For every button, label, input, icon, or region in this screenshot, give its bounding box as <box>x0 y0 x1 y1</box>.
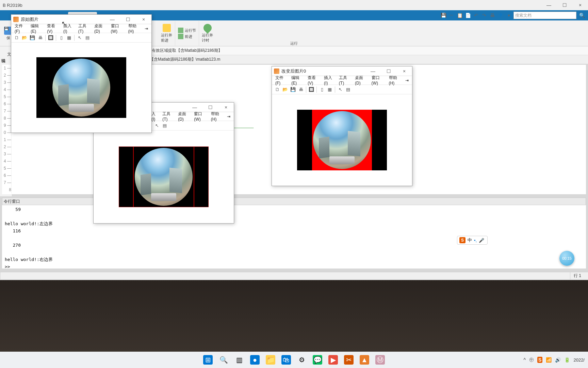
taskbar-search[interactable]: 🔍 <box>217 353 230 367</box>
taskbar-wechat[interactable]: 💬 <box>311 353 324 367</box>
fig2-close[interactable]: × <box>218 105 234 110</box>
new-icon[interactable]: 🗋 <box>13 34 20 41</box>
fig1-minimize[interactable]: — <box>104 17 120 22</box>
fig1-maximize[interactable]: ☐ <box>120 17 136 22</box>
open-icon[interactable]: 📂 <box>282 86 289 93</box>
timer-bubble[interactable]: 00:15 <box>559 251 574 266</box>
menu-insert[interactable]: 插入(I) <box>323 75 336 86</box>
menu-desktop[interactable]: 桌面(D) <box>354 75 369 86</box>
help-icon[interactable]: ? <box>497 12 504 19</box>
menu-desktop[interactable]: 桌面(D) <box>177 111 191 122</box>
fig2-minimize[interactable]: — <box>187 105 202 110</box>
run-and-time-button[interactable]: 运行并 计时 <box>202 24 213 43</box>
pointer-tool-icon[interactable]: ↖ <box>76 34 83 41</box>
cut-icon[interactable]: ✂ <box>448 12 455 19</box>
copy-icon[interactable]: 📋 <box>456 12 463 19</box>
fig2-maximize[interactable]: ☐ <box>202 105 218 110</box>
fig3-close[interactable]: × <box>396 68 412 74</box>
menu-more[interactable]: ⇥ <box>143 26 149 31</box>
taskbar-start[interactable]: ⊞ <box>201 353 215 367</box>
run-and-advance-button[interactable]: 运行并 前进 <box>161 24 172 43</box>
menu-more[interactable]: ⇥ <box>404 78 410 83</box>
menu-edit[interactable]: 编辑(E) <box>290 75 305 86</box>
minimize-button[interactable]: — <box>541 2 557 8</box>
ime-mic-icon[interactable]: 🎤 <box>479 238 484 243</box>
save-icon[interactable]: 💾 <box>29 34 36 41</box>
open-icon[interactable]: 📂 <box>21 34 28 41</box>
menu-window[interactable]: 窗口(W) <box>370 75 386 86</box>
link-icon[interactable]: 🔲 <box>47 34 54 41</box>
tray-battery-icon[interactable]: 🔋 <box>564 357 570 363</box>
ime-toolbar[interactable]: S 中 •, 🎤 <box>457 236 488 245</box>
save-icon[interactable]: 💾 <box>290 86 296 93</box>
menu-tools[interactable]: 工具(T) <box>338 75 352 86</box>
fig1-toolbar: 🗋 📂 💾 🖶 🔲 ▯ ▦ ↖ ▤ <box>11 33 151 43</box>
tray-sogou-icon[interactable]: S <box>537 357 542 363</box>
menu-tools[interactable]: 工具(T) <box>77 23 92 34</box>
pointer-tool-icon[interactable]: ↖ <box>337 86 344 93</box>
undo-icon[interactable]: ↶ <box>473 12 479 19</box>
menu-view[interactable]: 查看(V) <box>306 75 321 86</box>
datatip-tool-icon[interactable]: ▤ <box>161 122 168 129</box>
menu-help[interactable]: 帮助(H) <box>210 111 224 122</box>
datatip-tool-icon[interactable]: ▤ <box>345 86 352 93</box>
legend-icon[interactable]: ▦ <box>326 86 333 93</box>
tray-wifi-icon[interactable]: 📶 <box>546 357 552 363</box>
new-icon[interactable]: 🗋 <box>274 86 281 93</box>
tray-lang-icon[interactable]: ㊥ <box>529 357 534 363</box>
pointer-tool-icon[interactable]: ↖ <box>153 122 160 129</box>
menu-desktop[interactable]: 桌面(D) <box>93 23 108 34</box>
save-icon[interactable]: 💾 <box>440 12 447 19</box>
taskbar-app1[interactable]: ▶ <box>326 353 340 367</box>
ime-lang[interactable]: 中 <box>468 237 472 243</box>
paste-icon[interactable]: 📄 <box>464 12 471 19</box>
menu-help[interactable]: 帮助(H) <box>127 23 142 34</box>
taskbar-settings[interactable]: ⚙ <box>295 353 309 367</box>
fig3-maximize[interactable]: ☐ <box>381 68 396 74</box>
menu-help[interactable]: 帮助(H) <box>388 75 403 86</box>
print-icon[interactable]: 🖶 <box>489 12 496 19</box>
figure-window-3[interactable]: 改变后图片0 — ☐ × 文件(F) 编辑(E) 查看(V) 插入(I) 工具(… <box>272 66 412 186</box>
fig3-minimize[interactable]: — <box>365 68 381 74</box>
close-button[interactable]: × <box>572 2 588 8</box>
fig1-close[interactable]: × <box>136 17 151 22</box>
menu-window[interactable]: 窗口(W) <box>110 23 126 34</box>
taskbar-explorer[interactable]: 📁 <box>264 353 277 367</box>
colorbar-icon[interactable]: ▯ <box>58 34 65 41</box>
run-section-button[interactable]: 运行节 <box>178 28 196 33</box>
ime-punct[interactable]: •, <box>474 238 477 243</box>
tray-clock[interactable]: 2022/ <box>573 357 585 363</box>
colorbar-icon[interactable]: ▯ <box>318 86 325 93</box>
taskbar-snip[interactable]: ✂ <box>342 353 356 367</box>
taskbar-edge[interactable]: ● <box>248 353 262 367</box>
redo-icon[interactable]: ↷ <box>481 12 488 19</box>
search-docs-input[interactable]: 搜索文档 <box>513 12 576 19</box>
tray-volume-icon[interactable]: 🔊 <box>555 357 561 363</box>
fig3-titlebar[interactable]: 改变后图片0 — ☐ × <box>272 66 412 76</box>
taskbar-app2[interactable]: Ⓜ <box>373 353 387 367</box>
taskbar-matlab[interactable]: ▲ <box>358 353 371 367</box>
taskbar-store[interactable]: 🛍 <box>279 353 293 367</box>
command-window[interactable]: 59 hello world!:左边界 116 270 hello world!… <box>2 205 586 269</box>
dropdown-icon[interactable]: ▾ <box>505 12 512 19</box>
legend-icon[interactable]: ▦ <box>66 34 72 41</box>
advance-button[interactable]: 前进 <box>178 34 196 39</box>
menu-view[interactable]: 查看(V) <box>46 23 61 34</box>
tray-chevron-icon[interactable]: ^ <box>524 357 526 363</box>
menu-file[interactable]: 文件(F) <box>274 75 289 86</box>
menu-edit[interactable]: 编辑(E) <box>29 23 44 34</box>
print-icon[interactable]: 🖶 <box>37 34 44 41</box>
fig1-titlebar[interactable]: 原始图片 — ☐ × <box>11 15 151 24</box>
figure-window-1[interactable]: 原始图片 — ☐ × 文件(F) 编辑(E) 查看(V) 插入(I) 工具(T)… <box>11 14 152 133</box>
print-icon[interactable]: 🖶 <box>297 86 304 93</box>
menu-file[interactable]: 文件(F) <box>13 23 28 34</box>
link-icon[interactable]: 🔲 <box>308 86 315 93</box>
menu-insert[interactable]: 插入(I) <box>62 23 76 34</box>
taskbar-taskview[interactable]: ▥ <box>232 353 246 367</box>
search-button[interactable]: 🔍 <box>578 12 586 19</box>
datatip-tool-icon[interactable]: ▤ <box>84 34 91 41</box>
menu-window[interactable]: 窗口(W) <box>193 111 208 122</box>
menu-tools[interactable]: 工具(T) <box>161 111 175 122</box>
maximize-button[interactable]: ☐ <box>557 2 572 8</box>
menu-more[interactable]: ⇥ <box>226 114 232 119</box>
